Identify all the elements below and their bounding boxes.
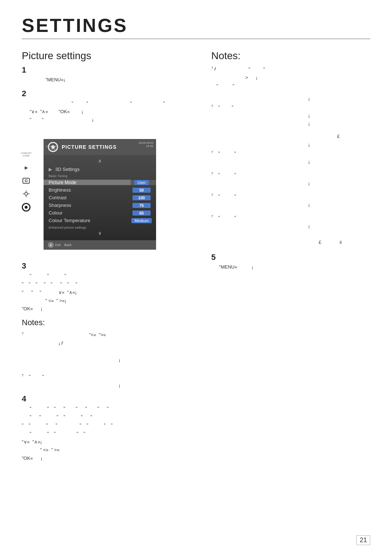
right-i2-line2: ¡ <box>211 158 370 166</box>
arrow-down: ∨ <box>44 230 156 236</box>
exit-btn-circle: ● <box>48 242 54 248</box>
row-value-contrast: 100 <box>131 195 156 200</box>
date: 20.09.2010 15:46 <box>139 141 153 148</box>
exit-btn: ● Exit <box>48 242 61 248</box>
row-label-sharpness: Sharpness <box>44 203 131 208</box>
notes-lower-7b: 7 " " <box>22 373 197 381</box>
back-btn: Back <box>64 243 72 247</box>
right-7c: 7 " " <box>211 150 370 158</box>
right-notes-7d: 7 " " ¡ <box>211 171 370 187</box>
right-notes-ii: 7 " " ¡ <box>211 214 370 230</box>
right-notes-main: 7 f " " > ¡ " " <box>211 65 370 90</box>
right-notes-pound: £ ¡ 7 " " ¡ <box>211 133 370 166</box>
menu-row-contrast: Contrast 100 <box>44 194 156 201</box>
row-value-brightness: 50 <box>131 188 156 193</box>
step-3-line-4: " <« " >«¡ <box>22 297 197 305</box>
menu-row-picture-mode: Picture Mode User <box>44 179 156 186</box>
step-2-line-2: "∨« "∧« "OK« ¡ <box>22 108 197 116</box>
comfort-guide-text: COMFORTGUIDE <box>21 152 32 157</box>
side-icon-photo <box>22 177 30 185</box>
notes-lower-header: Notes: <box>22 318 197 327</box>
step-2-line-1: " " " " <box>22 100 197 107</box>
notes-lower-blank2 <box>22 365 197 372</box>
right-pound-ii: £ ii <box>211 239 370 246</box>
row-value-colour: 65 <box>131 210 156 216</box>
page-title: SETTINGS <box>22 15 370 39</box>
side-icon-eye <box>22 203 30 212</box>
tv-bottom-bar: ● Exit Back <box>44 240 156 250</box>
notes-lower-i2: ¡ <box>22 382 197 389</box>
right-i1-line1: ¡ <box>211 95 370 103</box>
menu-row-brightness: Brightness 50 <box>44 186 156 194</box>
menu-row-sharpness: Sharpness 75 <box>44 201 156 209</box>
right-i2-line1: ¡ <box>211 141 370 149</box>
tv-side-icons: COMFORTGUIDE ▶ <box>22 151 30 212</box>
step-2-block: 2 " " " " "∨« "∧« "OK« ¡ " " <box>22 89 197 124</box>
step-1-line-1: "MENU«¡ <box>22 76 197 84</box>
right-7d-line1: ¡ <box>211 180 370 187</box>
notes-lower-i1: ¡ <box>22 356 197 364</box>
right-7e: 7 " " <box>211 192 370 200</box>
step-4-line-7: "OK« ¡ <box>22 455 197 462</box>
right-note-7a-3: " " <box>211 82 370 90</box>
left-section-header: Picture settings <box>22 50 197 62</box>
right-7d: 7 " " <box>211 171 370 179</box>
notes-lower-block: Notes: 7 "<« ">« ¡ f ¡ <box>22 318 197 389</box>
step-3-line-1: " " " <box>22 272 197 280</box>
right-notes-7e: 7 " " ¡ <box>211 192 370 209</box>
step-4-line-1: " " " " " " " " <box>22 405 197 413</box>
step-3-num: 3 <box>22 261 197 271</box>
right-section-header: Notes: <box>211 50 370 62</box>
right-pound-ii-line: £ ii <box>211 239 370 246</box>
svg-point-1 <box>25 180 27 182</box>
row-value-colour-temp: Medium <box>131 218 156 223</box>
step-4-line-2: " " " " " " <box>22 413 197 421</box>
tv-header-title: PICTURE SETTINGS <box>62 144 117 150</box>
step-5-num: 5 <box>211 253 370 262</box>
menu-3d-row: ▶ 3D Settings <box>44 165 156 173</box>
step-2-line-3: " " ¡ <box>22 116 197 124</box>
step-3-line-2: " " " " " " " " <box>22 281 197 288</box>
right-pound-line: £ <box>211 133 370 140</box>
step-4-line-6: " <« " >« <box>22 446 197 454</box>
step-1-block: 1 "MENU«¡ <box>22 65 197 84</box>
step-3-block: 3 " " " " " " " " " " " " " " ∨« "∧«¡ " … <box>22 261 197 313</box>
comfort-guide-label: ▽ COMFORTGUIDE <box>46 141 58 151</box>
step-4-line-3: " " " " " " " " <box>22 422 197 429</box>
tv-mockup-wrapper: COMFORTGUIDE ▶ <box>33 129 156 256</box>
step-1-num: 1 <box>22 65 197 75</box>
tv-menu-body: ∧ ▶ 3D Settings Basic Tuning Picture Mod… <box>44 155 156 240</box>
step-3-line-3: " " " ∨« "∧«¡ <box>22 289 197 297</box>
row-label-colour: Colour <box>44 210 131 216</box>
step-5-line-1: "MENU« ¡ <box>211 263 370 271</box>
tv-screen: ▽ COMFORTGUIDE 20.09.2010 15:46 PICTURE … <box>44 139 156 250</box>
menu-row-colour: Colour 65 <box>44 209 156 217</box>
menu-3d-label: 3D Settings <box>55 167 79 172</box>
right-note-7a-2: > ¡ <box>211 74 370 82</box>
datetime-display: 20.09.2010 15:46 <box>139 141 153 148</box>
page-number: 21 <box>356 535 370 545</box>
arrow-up: ∧ <box>44 158 156 164</box>
right-7e-line1: ¡ <box>211 201 370 209</box>
step-5-block: 5 "MENU« ¡ <box>211 253 370 271</box>
left-column: Picture settings 1 "MENU«¡ 2 " " " <box>22 50 197 467</box>
back-label: Back <box>64 243 72 247</box>
menu-row-colour-temp: Colour Temperature Medium <box>44 217 156 224</box>
row-value-picture-mode: User <box>131 180 156 185</box>
enhanced-label: Enhanced picture settings <box>44 224 156 229</box>
svg-rect-0 <box>23 178 29 183</box>
right-note-7a: 7 f " " <box>211 65 370 73</box>
side-icon-comfort: COMFORTGUIDE <box>22 151 30 159</box>
step-4-line-5: "∨« "∧«¡ <box>22 438 197 446</box>
menu-3d-arrow: ▶ <box>49 167 52 172</box>
right-column: Notes: 7 f " " > ¡ " " <box>211 50 370 467</box>
row-value-sharpness: 75 <box>131 203 156 208</box>
notes-lower-if: ¡ f <box>22 340 197 347</box>
right-7b: 7 " " <box>211 103 370 111</box>
right-i1-line2: ¡ <box>211 112 370 120</box>
comfort-icon: ▽ <box>51 141 53 145</box>
side-icon-settings <box>22 190 30 198</box>
step-4-num: 4 <box>22 394 197 404</box>
notes-lower-7: 7 "<« ">« <box>22 331 197 339</box>
row-label-contrast: Contrast <box>44 195 131 200</box>
